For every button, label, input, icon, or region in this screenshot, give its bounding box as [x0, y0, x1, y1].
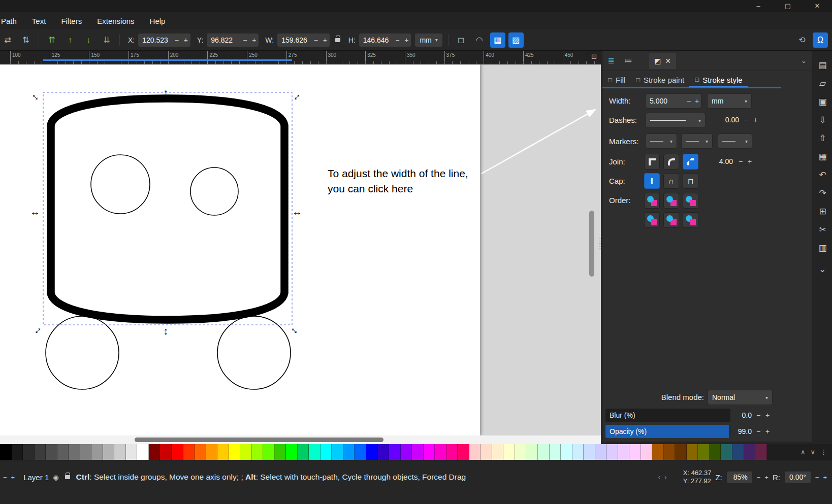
status-next-icon[interactable]: › — [664, 473, 667, 481]
scale-gradient-toggle[interactable]: ▦ — [490, 32, 505, 48]
command-button[interactable]: ▦ — [815, 147, 831, 165]
palette-swatch[interactable] — [732, 444, 744, 460]
palette-scroll-down-icon[interactable]: ∨ — [810, 448, 815, 456]
palette-swatch[interactable] — [550, 444, 561, 460]
zoom-increment-button[interactable]: + — [764, 474, 769, 481]
palette-swatch[interactable] — [572, 444, 584, 460]
vertical-scrollbar[interactable] — [589, 64, 595, 435]
raise-to-top-icon[interactable]: ⇈ — [44, 32, 59, 48]
command-button[interactable]: ↶ — [815, 165, 831, 184]
snap-toggle-button[interactable]: Ω — [813, 32, 828, 48]
status-prev-icon[interactable]: ‹ — [658, 473, 660, 481]
dash-offset-increment-button[interactable]: + — [751, 116, 760, 124]
command-button[interactable]: ⊞ — [815, 202, 831, 220]
lower-icon[interactable]: ↓ — [81, 32, 96, 48]
y-increment-button[interactable]: + — [249, 36, 259, 44]
join-bevel-button[interactable] — [683, 154, 698, 170]
command-button[interactable]: ▤ — [815, 56, 831, 74]
join-round-button[interactable] — [663, 154, 679, 170]
w-input[interactable]: 159.626 — [277, 36, 311, 44]
palette-swatch[interactable] — [503, 444, 515, 460]
minimize-button[interactable]: – — [744, 0, 773, 12]
miter-limit-value[interactable]: 4.00 — [706, 157, 733, 165]
palette-swatch[interactable] — [183, 444, 195, 460]
palette-swatch[interactable] — [229, 444, 241, 460]
lock-width-height-icon[interactable] — [335, 38, 340, 42]
command-button[interactable]: ✂ — [815, 220, 831, 239]
command-button[interactable]: ▣ — [815, 92, 831, 111]
h-increment-button[interactable]: + — [402, 36, 411, 44]
marker-start-dropdown[interactable]: ▾ — [646, 133, 677, 149]
zoom-input[interactable]: 85% — [726, 471, 753, 483]
layer-lock-icon[interactable] — [65, 475, 70, 479]
y-decrement-button[interactable]: − — [240, 36, 249, 44]
palette-swatch[interactable] — [126, 444, 138, 460]
palette-swatch[interactable] — [675, 444, 687, 460]
marker-mid-dropdown[interactable]: ▾ — [681, 133, 713, 149]
palette-swatch[interactable] — [217, 444, 229, 460]
scale-handle-top[interactable]: ↔ — [162, 88, 173, 98]
command-button[interactable]: ↷ — [815, 184, 831, 202]
dash-offset-value[interactable]: 0.00 — [712, 116, 739, 124]
maximize-button[interactable]: ▢ — [773, 0, 803, 12]
layer-visibility-icon[interactable]: ◉ — [53, 474, 58, 481]
h-input[interactable]: 146.646 — [359, 36, 393, 44]
opacity-value[interactable]: 99.0 — [731, 427, 752, 435]
palette-swatch[interactable] — [389, 444, 401, 460]
menu-item[interactable]: Help — [142, 13, 173, 29]
w-decrement-button[interactable]: − — [311, 36, 321, 44]
wheel-left-circle[interactable] — [46, 316, 119, 389]
palette-swatch[interactable] — [584, 444, 595, 460]
palette-swatch[interactable] — [332, 444, 343, 460]
close-button[interactable]: ✕ — [803, 0, 832, 12]
palette-swatch[interactable] — [744, 444, 756, 460]
palette-swatch[interactable] — [652, 444, 664, 460]
y-input[interactable]: 96.822 — [207, 36, 240, 44]
dash-offset-decrement-button[interactable]: − — [742, 116, 751, 124]
order-fill-markers-stroke-button[interactable] — [644, 212, 660, 228]
scale-handle-bottom-left[interactable]: ↔ — [29, 322, 44, 337]
palette-swatch[interactable] — [240, 444, 252, 460]
palette-swatch[interactable] — [378, 444, 390, 460]
palette-swatch[interactable] — [91, 444, 103, 460]
palette-swatch[interactable] — [492, 444, 504, 460]
stroke-width-unit-dropdown[interactable]: mm ▾ — [707, 93, 752, 109]
order-stroke-fill-markers-button[interactable] — [663, 193, 679, 209]
stroke-width-increment-button[interactable]: + — [693, 97, 701, 105]
scale-corners-toggle[interactable]: ◠ — [472, 32, 487, 48]
palette-swatch[interactable] — [80, 444, 92, 460]
command-button[interactable]: ⇩ — [815, 111, 831, 129]
body-path[interactable] — [51, 98, 284, 320]
x-decrement-button[interactable]: − — [172, 36, 181, 44]
palette-swatch[interactable] — [343, 444, 355, 460]
order-stroke-markers-fill-button[interactable] — [663, 212, 679, 228]
blend-mode-dropdown[interactable]: Normal ▾ — [708, 390, 773, 405]
palette-swatch[interactable] — [0, 444, 12, 460]
order-fill-stroke-markers-button[interactable] — [644, 193, 660, 209]
palette-swatch[interactable] — [515, 444, 527, 460]
layer-opacity-increment-button[interactable]: + — [11, 474, 15, 481]
palette-swatch[interactable] — [172, 444, 183, 460]
raise-icon[interactable]: ↑ — [62, 32, 78, 48]
page[interactable]: ↔ ↔ ↔ ↔ ↔ ↔ ↔ ↔ To adjust the width of t… — [0, 64, 480, 435]
w-increment-button[interactable]: + — [321, 36, 330, 44]
palette-swatch[interactable] — [446, 444, 458, 460]
stroke-width-decrement-button[interactable]: − — [685, 97, 693, 105]
palette-swatch[interactable] — [321, 444, 332, 460]
miter-limit-increment-button[interactable]: + — [745, 157, 754, 165]
join-miter-button[interactable] — [644, 154, 660, 170]
palette-swatch[interactable] — [286, 444, 298, 460]
vertical-scrollbar-thumb[interactable] — [589, 211, 594, 277]
blur-slider[interactable]: Blur (%) — [605, 409, 730, 422]
opacity-decrement-button[interactable]: − — [754, 427, 763, 435]
horizontal-ruler[interactable]: 1001251501752002252502753003253503754004… — [0, 51, 601, 64]
scale-handle-right[interactable]: ↔ — [292, 206, 302, 217]
fill-stroke-dialog-tab[interactable]: ◩ ✕ — [649, 53, 676, 69]
palette-swatch[interactable] — [46, 444, 57, 460]
menu-item[interactable]: Filters — [53, 13, 89, 29]
objects-dialog-icon[interactable]: ≔ — [620, 56, 637, 65]
display-settings-icon[interactable]: ⊡ — [591, 53, 597, 60]
menu-item[interactable]: Extensions — [89, 13, 142, 29]
palette-swatch[interactable] — [458, 444, 469, 460]
rotation-input[interactable]: 0.00° — [784, 471, 811, 483]
